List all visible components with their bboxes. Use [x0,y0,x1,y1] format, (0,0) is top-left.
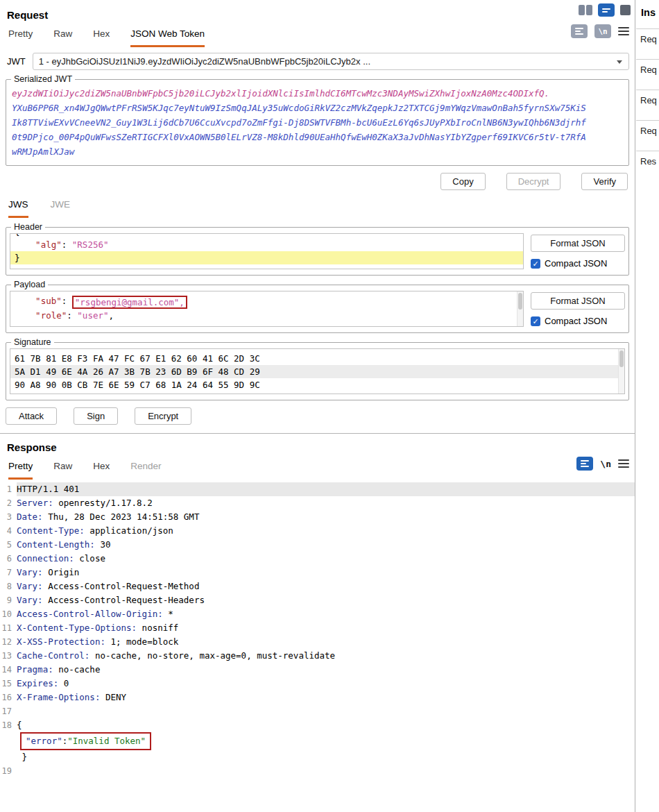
response-tab-pretty[interactable]: Pretty [8,461,33,480]
sign-button[interactable]: Sign [74,407,118,425]
line-number [0,732,17,750]
code-segment: 1; mode=block [105,636,178,647]
response-line-text: "error":"Invalid Token" [17,732,635,750]
jwt-token-line: YXuB6PP6R_xn4WJgQWwtPFrRSW5KJqc7eyNtuW9I… [12,101,623,115]
checkbox-checked-icon: ✓ [531,259,540,269]
compact-json-checkbox[interactable]: ✓ Compact JSON [531,258,625,269]
format-json-button[interactable]: Format JSON [531,235,625,252]
columns-layout-icon[interactable] [579,5,592,15]
editor-line: "alg": "RS256" [15,238,519,251]
response-line: 19 [0,764,635,778]
request-tab-json-web-token[interactable]: JSON Web Token [130,28,205,47]
request-tab-pretty[interactable]: Pretty [8,28,33,47]
jwt-signature-editor[interactable]: 61 7B 81 E8 F3 FA 47 FC 67 E1 62 60 41 6… [10,348,625,394]
code-segment: Date: [17,511,43,522]
jwt-action-buttons: Copy Decrypt Verify [0,173,628,190]
encrypt-button[interactable]: Encrypt [135,407,191,425]
line-number: 6 [0,552,17,566]
line-number: 14 [0,663,17,677]
compact-json-checkbox[interactable]: ✓ Compact JSON [531,316,625,326]
inspector-title: Ins [636,0,659,18]
request-tab-hex[interactable]: Hex [93,28,110,47]
serialized-jwt-text[interactable]: eyJzdWIiOiJyc2diZW5naUBnbWFpbC5jb20iLCJy… [10,85,625,160]
jwt-header-editor[interactable]: { "alg": "RS256"} [10,233,524,269]
response-line-text: HTTP/1.1 401 [17,482,635,496]
request-editor-icons: \n [571,24,629,38]
code-segment: Pragma: [17,664,53,675]
request-tab-bar: PrettyRawHexJSON Web Token \n [0,21,635,47]
code-segment: DENY [100,692,126,702]
inspector-panel: Ins ReqReqReqReqRes [636,0,659,812]
response-line: 5Content-Length: 30 [0,538,635,552]
response-line: 15Expires: 0 [0,677,635,691]
response-tab-raw[interactable]: Raw [53,461,72,480]
request-tab-raw[interactable]: Raw [53,28,72,47]
newline-toggle-icon[interactable]: \n [594,24,611,38]
response-line-text: Content-Type: application/json [17,524,635,538]
scrollbar[interactable] [517,291,523,326]
jwt-signature-section: Signature 61 7B 81 E8 F3 FA 47 FC 67 E1 … [6,337,629,400]
jwt-mode-tab-jws[interactable]: JWS [8,199,28,218]
jwt-payload-controls: Format JSON ✓ Compact JSON [531,291,625,327]
newline-toggle-icon[interactable]: \n [600,459,611,469]
response-line: 6Connection: close [0,552,635,566]
pretty-print-icon[interactable] [571,24,588,38]
format-json-button[interactable]: Format JSON [531,292,625,310]
code-segment: X-XSS-Protection: [17,636,105,647]
response-tab-hex[interactable]: Hex [93,461,110,480]
copy-button[interactable]: Copy [440,173,485,190]
editor-menu-icon[interactable] [618,27,629,35]
request-title: Request [0,0,635,21]
inspector-section[interactable]: Res [636,151,659,181]
line-number: 2 [0,496,17,510]
response-editor[interactable]: 1HTTP/1.1 4012Server: openresty/1.17.8.2… [0,482,635,778]
response-line-text: X-Content-Type-Options: nosniff [17,621,635,635]
response-line-text: Access-Control-Allow-Origin: * [17,607,635,621]
pretty-print-glyph [575,28,583,35]
response-line: "error":"Invalid Token" [0,732,635,750]
code-segment: close [74,553,105,564]
stacked-layout-icon[interactable] [598,3,615,17]
jwt-token-line: Ik8TTViwEXvVCneeVN2_Guy1W3Lij6dCb7U6CcuX… [12,115,623,130]
layout-switcher [579,3,631,17]
decrypt-button: Decrypt [506,173,561,190]
response-line: 10Access-Control-Allow-Origin: * [0,607,635,621]
code-segment: "role" [35,310,67,321]
line-number: 11 [0,621,17,635]
single-layout-icon[interactable] [620,5,631,15]
scrollbar[interactable] [618,349,624,394]
inspector-section[interactable]: Req [636,90,659,120]
verify-button[interactable]: Verify [581,173,628,190]
code-segment: "Invalid Token" [67,736,146,746]
line-number: 9 [0,593,17,607]
attack-button[interactable]: Attack [6,407,57,425]
response-line-text [17,704,635,718]
editor-menu-icon[interactable] [618,459,629,468]
inspector-section[interactable]: Req [636,28,659,59]
code-segment: Vary: [17,567,43,577]
editor-line: } [10,251,523,264]
code-segment: no-cache, no-store, max-age=0, must-reva… [89,650,335,661]
signature-hex-line: 90 A8 90 0B CB 7E 6E 59 C7 68 1A 24 64 5… [15,378,620,391]
code-segment: { [15,233,20,237]
compact-json-label: Compact JSON [545,316,607,326]
inspector-section[interactable]: Req [636,120,659,151]
jwt-select[interactable]: 1 - eyJhbGciOiJSUzI1NiJ9.eyJzdWIiOiJyc2d… [33,53,629,70]
line-number: 1 [0,482,17,496]
inspector-sections: ReqReqReqReqRes [636,28,659,181]
code-segment: Origin [43,567,80,577]
line-number: 12 [0,635,17,649]
response-line: 4Content-Type: application/json [0,524,635,538]
code-segment: 30 [95,539,111,550]
jwt-token-line: wRMJpAmlXJaw [12,144,623,159]
response-title: Response [0,434,635,453]
code-segment: Vary: [17,581,43,591]
jwt-payload-editor[interactable]: "sub": "rsgbengi@gmail.com", "role": "us… [10,291,524,327]
response-line-text [17,764,635,778]
response-editor-icons: \n [576,457,629,471]
response-line-text: } [17,750,635,764]
line-number: 4 [0,524,17,538]
jwt-operation-buttons: Attack Sign Encrypt [6,407,635,425]
inspector-section[interactable]: Req [636,59,659,90]
pretty-print-icon[interactable] [576,457,593,471]
